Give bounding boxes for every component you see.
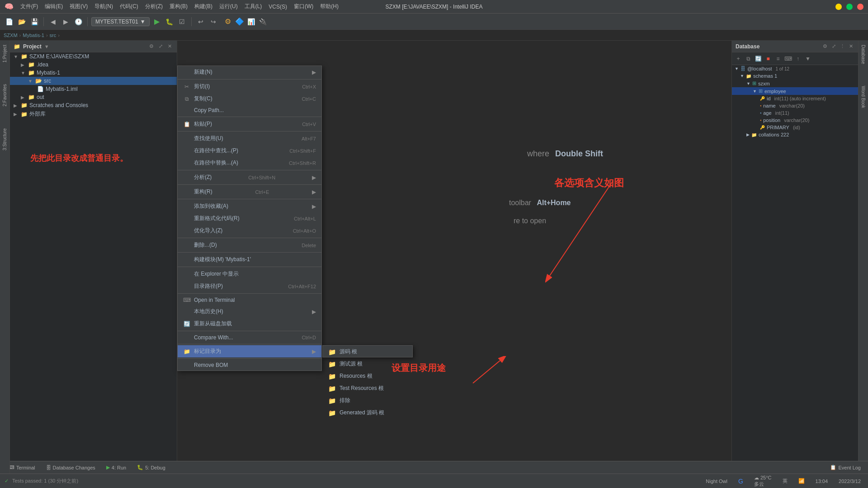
sidebar-item-structure[interactable]: 3:Structure [2,127,7,152]
maximize-button[interactable] [846,4,853,10]
ctx-paste[interactable]: 📋 粘贴(P) Ctrl+V [178,118,321,130]
ctx-find-in-path[interactable]: 在路径中查找...(P) Ctrl+Shift+F [178,145,321,157]
redo-button[interactable]: ↪ [208,16,219,27]
ctx-compare[interactable]: Compare With... Ctrl+D [178,332,321,343]
db-item-localhost[interactable]: ▼ 🗄 @localhost 1 of 12 [732,65,858,72]
menu-help[interactable]: 帮助(H) [320,3,339,10]
coverage-button[interactable]: ☑ [177,16,188,27]
sub-item-source-root[interactable]: 📁 源码 根 [323,346,412,358]
tab-run[interactable]: ▶ 4: Run [103,464,130,471]
tab-debug[interactable]: 🐛 5: Debug [133,464,169,471]
breadcrumb-mybatis[interactable]: Mybatis-1 [23,33,44,38]
ctx-refactor[interactable]: 重构(R) Ctrl+E ▶ [178,186,321,198]
sub-item-resources-root[interactable]: 📁 Resources 根 [323,370,412,382]
ctx-copy-path[interactable]: Copy Path... [178,105,321,116]
open-button[interactable]: 📂 [16,16,27,27]
db-more-icon[interactable]: ⋮ [839,43,846,50]
debug-button[interactable]: 🐛 [164,16,175,27]
menu-window[interactable]: 窗口(W) [294,3,313,10]
menu-file[interactable]: 文件(F) [20,3,38,10]
db-filter-button[interactable]: ▼ [803,54,812,63]
db-stop-button[interactable]: ■ [764,54,773,63]
panel-dropdown[interactable]: ▼ [44,44,49,49]
tree-item-src[interactable]: ▼ 📂 src [10,77,177,85]
toolbar-btn-4[interactable]: 🔌 [258,16,269,27]
ctx-local-history[interactable]: 本地历史(H) ▶ [178,305,321,318]
db-item-collations[interactable]: ▶ 📁 collations 222 [732,131,858,138]
google-icon[interactable]: G [736,477,746,486]
ctx-build-module[interactable]: 构建模块(M) 'Mybatis-1' [178,253,321,266]
back-button[interactable]: ◀ [47,16,58,27]
tree-item-mybatis[interactable]: ▼ 📁 Mybatis-1 [10,69,177,77]
ctx-dir-path[interactable]: 目录路径(P) Ctrl+Alt+F12 [178,280,321,292]
menu-run[interactable]: 运行(U) [219,3,238,10]
ctx-reload[interactable]: 🔄 重新从磁盘加载 [178,318,321,330]
menu-edit[interactable]: 编辑(E) [45,3,63,10]
db-item-employee[interactable]: ▼ ⊞ employee [732,87,858,95]
run-button[interactable]: ▶ [151,16,162,27]
tab-database-changes[interactable]: 🗄 Database Changes [42,464,99,471]
new-file-button[interactable]: 📄 [4,16,14,27]
db-refresh-button[interactable]: 🔄 [754,54,763,63]
tree-item-extlibs[interactable]: ▶ 📁 外部库 [10,109,177,119]
tree-item-out[interactable]: ▶ 📁 out [10,93,177,101]
db-col-name[interactable]: ▪ name varchar(20) [732,102,858,109]
ctx-optimize-imports[interactable]: 优化导入(Z) Ctrl+Alt+O [178,225,321,237]
ctx-remove-bom[interactable]: Remove BOM [178,360,321,371]
db-settings-icon[interactable]: ⚙ [821,43,829,50]
sub-item-test-source-root[interactable]: 📁 测试源 根 [323,358,412,370]
menu-vcs[interactable]: VCS(S) [269,4,287,10]
sub-item-test-resources-root[interactable]: 📁 Test Resources 根 [323,382,412,394]
menu-code[interactable]: 代码(C) [120,3,138,10]
ctx-cut[interactable]: ✂ 剪切(I) Ctrl+X [178,80,321,93]
panel-close-icon[interactable]: ✕ [166,43,173,50]
db-export-button[interactable]: ↑ [793,54,802,63]
menu-build[interactable]: 构建(B) [194,3,212,10]
sub-item-excluded[interactable]: 📁 排除 [323,394,412,407]
ctx-add-favorites[interactable]: 添加到收藏(A) ▶ [178,200,321,212]
db-col-primary[interactable]: 🔑 PRIMARY (id) [732,124,858,131]
db-col-position[interactable]: ▪ position varchar(20) [732,117,858,124]
sidebar-item-database[interactable]: Database [861,43,866,66]
ctx-open-terminal[interactable]: ⌨ Open in Terminal [178,295,321,305]
tree-item-iml[interactable]: 📄 Mybatis-1.iml [10,85,177,93]
toolbar-btn-1[interactable]: ⚙ [222,16,233,27]
forward-button[interactable]: ▶ [60,16,71,27]
recent-button[interactable]: 🕐 [73,16,84,27]
sub-item-generated-source[interactable]: 📁 Generated 源码 根 [323,407,412,419]
run-config-selector[interactable]: MYTEST.TEST01 ▼ [91,17,150,26]
tree-item-scratches[interactable]: ▶ 📁 Scratches and Consoles [10,101,177,109]
db-col-id[interactable]: 🔑 id int(11) (auto increment) [732,95,858,102]
close-button[interactable] [857,4,863,10]
ctx-replace-in-path[interactable]: 在路径中替换...(A) Ctrl+Shift+R [178,157,321,169]
sidebar-item-wordbook[interactable]: Word Book [861,84,866,110]
menu-analyze[interactable]: 分析(Z) [145,3,163,10]
db-copy-button[interactable]: ⧉ [744,54,753,63]
toolbar-btn-3[interactable]: 📊 [246,16,257,27]
panel-settings-icon[interactable]: ⚙ [148,43,155,50]
menu-tools[interactable]: 工具(L) [245,3,262,10]
db-console-button[interactable]: ⌨ [783,54,793,63]
breadcrumb-szxm[interactable]: SZXM [4,33,18,38]
menu-view[interactable]: 视图(V) [70,3,88,10]
sidebar-item-favorites[interactable]: 2:Favorites [2,82,7,108]
minimize-button[interactable] [835,4,842,10]
db-item-schemas[interactable]: ▼ 📁 schemas 1 [732,72,858,80]
breadcrumb-src[interactable]: src [50,33,57,38]
ctx-delete[interactable]: 删除...(D) Delete [178,239,321,251]
layout-label[interactable]: 英 [780,477,790,485]
theme-label[interactable]: Night Owl [703,478,730,485]
tab-event-log[interactable]: 📋 Event Log [826,464,864,471]
menu-refactor[interactable]: 重构(B) [170,3,188,10]
db-expand-icon[interactable]: ⤢ [830,43,837,50]
db-col-age[interactable]: ▪ age int(11) [732,109,858,117]
ctx-mark-dir[interactable]: 📁 标记目录为 ▶ 📁 源码 根 📁 测试源 根 📁 Resources 根 [178,345,321,357]
panel-expand-icon[interactable]: ⤢ [157,43,164,50]
db-add-button[interactable]: + [734,54,743,63]
ctx-reformat[interactable]: 重新格式化代码(R) Ctrl+Alt+L [178,212,321,225]
ctx-show-explorer[interactable]: 在 Explorer 中显示 [178,268,321,280]
db-properties-button[interactable]: ≡ [774,54,783,63]
ctx-find-usage[interactable]: 查找使用(U) Alt+F7 [178,132,321,145]
save-button[interactable]: 💾 [29,16,40,27]
ctx-analyze[interactable]: 分析(Z) Ctrl+Shift+N ▶ [178,171,321,183]
